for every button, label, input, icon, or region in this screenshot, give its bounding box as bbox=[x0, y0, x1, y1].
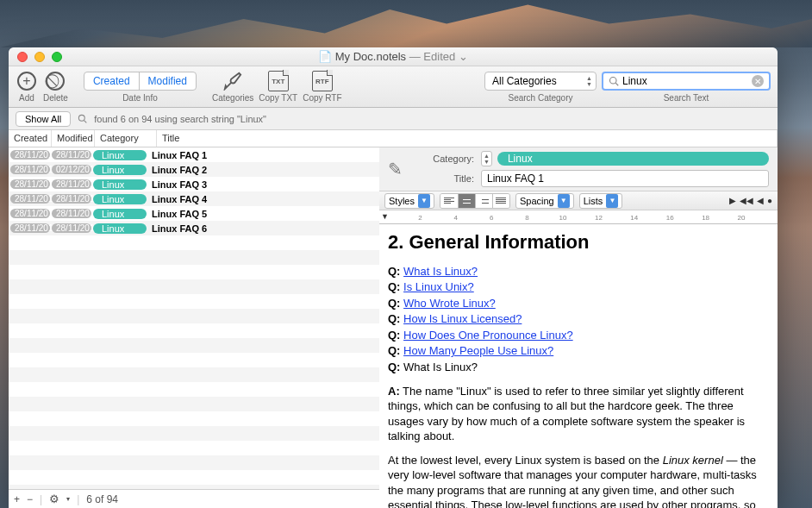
faq-question: Q: What Is Linux? bbox=[388, 264, 769, 279]
empty-row bbox=[9, 338, 379, 353]
ruler-number: 20 bbox=[738, 214, 746, 222]
table-row[interactable]: 28/11/201228/11/2012LinuxLinux FAQ 5 bbox=[9, 206, 379, 221]
empty-row bbox=[9, 250, 379, 265]
col-modified[interactable]: Modified bbox=[52, 130, 95, 147]
copy-txt-button[interactable]: TXT bbox=[267, 70, 290, 92]
created-date: 28/11/2012 bbox=[10, 165, 50, 174]
table-row[interactable]: 28/11/201228/11/2014LinuxLinux FAQ 1 bbox=[9, 147, 379, 162]
align-right-button[interactable] bbox=[475, 194, 492, 208]
search-input[interactable] bbox=[622, 75, 752, 87]
faq-link[interactable]: Is Linux Unix? bbox=[403, 280, 474, 293]
empty-row bbox=[9, 265, 379, 279]
categories-label: Categories bbox=[212, 93, 253, 103]
clear-search-icon[interactable]: ✕ bbox=[752, 75, 764, 87]
search-text-label: Search Text bbox=[664, 93, 709, 103]
gear-menu-icon[interactable]: ▾ bbox=[66, 495, 70, 503]
modified-toggle[interactable]: Modified bbox=[139, 72, 196, 90]
faq-link[interactable]: How Does One Pronounce Linux? bbox=[403, 329, 573, 342]
copy-rtf-label: Copy RTF bbox=[303, 93, 341, 103]
lists-select[interactable]: Lists▼ bbox=[579, 193, 623, 209]
table-row[interactable]: 28/11/201228/11/2012LinuxLinux FAQ 6 bbox=[9, 221, 379, 235]
row-counter: 6 of 94 bbox=[86, 493, 118, 505]
q-prefix: Q: bbox=[388, 361, 400, 373]
empty-row bbox=[9, 309, 379, 323]
faq-link[interactable]: How Many People Use Linux? bbox=[403, 344, 553, 357]
body: 28/11/201228/11/2014LinuxLinux FAQ 128/1… bbox=[9, 147, 778, 508]
note-list-panel: 28/11/201228/11/2014LinuxLinux FAQ 128/1… bbox=[9, 147, 379, 508]
align-left-button[interactable] bbox=[440, 194, 458, 208]
ruler-number: 10 bbox=[559, 214, 567, 222]
col-category[interactable]: Category bbox=[95, 130, 157, 147]
chevron-down-icon: ▼ bbox=[418, 194, 430, 208]
title-dropdown-icon[interactable]: ⌄ bbox=[459, 50, 468, 63]
ruler[interactable]: 2468101214161820 ▼ bbox=[379, 210, 778, 224]
align-justify-button[interactable] bbox=[492, 194, 509, 208]
no-icon: ⃠ bbox=[46, 72, 65, 91]
ruler-number: 16 bbox=[666, 214, 674, 222]
rtf-doc-icon: RTF bbox=[312, 71, 333, 91]
zoom-window-icon[interactable] bbox=[52, 52, 62, 62]
modified-date: 28/11/2012 bbox=[52, 194, 91, 204]
search-input-wrap[interactable]: ✕ bbox=[602, 72, 771, 91]
window-controls bbox=[9, 52, 62, 62]
prev-icon[interactable]: ◀ bbox=[757, 196, 764, 205]
add-row-button[interactable]: + bbox=[14, 493, 20, 505]
faq-question: Q: Who Wrote Linux? bbox=[388, 296, 769, 311]
a-prefix: A: bbox=[388, 385, 400, 398]
app-window: 📄 My Doc.notels — Edited ⌄ + Add ⃠ Delet… bbox=[9, 47, 778, 508]
title-input[interactable] bbox=[481, 170, 769, 187]
chevron-down-icon: ▼ bbox=[558, 194, 570, 208]
category-filter-value: All Categories bbox=[492, 75, 557, 87]
doc-heading: 2. General Information bbox=[388, 229, 769, 255]
document-content[interactable]: 2. General Information Q: What Is Linux?… bbox=[379, 224, 778, 508]
align-center-button[interactable] bbox=[458, 194, 475, 208]
format-toolbar: Styles▼ Spacing▼ Lists▼ ▶ ◀◀ ◀ ● bbox=[379, 191, 778, 210]
styles-select[interactable]: Styles▼ bbox=[384, 193, 434, 209]
category-tag: Linux bbox=[93, 194, 147, 204]
copy-rtf-button[interactable]: RTF bbox=[311, 70, 334, 92]
created-toggle[interactable]: Created bbox=[84, 72, 139, 90]
col-title[interactable]: Title bbox=[157, 130, 778, 147]
faq-link[interactable]: Who Wrote Linux? bbox=[403, 297, 496, 310]
empty-row bbox=[9, 411, 379, 426]
title-label: Title: bbox=[422, 173, 474, 184]
minimize-window-icon[interactable] bbox=[34, 52, 45, 62]
modified-date: 28/11/2014 bbox=[52, 150, 91, 160]
search-category-label: Search Category bbox=[508, 93, 572, 103]
plus-icon: + bbox=[17, 72, 36, 91]
remove-row-button[interactable]: − bbox=[27, 493, 33, 505]
category-stepper-icon[interactable]: ▲▼ bbox=[481, 151, 492, 166]
modified-date: 28/11/2012 bbox=[52, 209, 91, 218]
note-title: Linux FAQ 1 bbox=[152, 150, 207, 160]
show-all-button[interactable]: Show All bbox=[16, 111, 71, 127]
table-row[interactable]: 28/11/201228/11/2012LinuxLinux FAQ 3 bbox=[9, 177, 379, 191]
answer-p1: The name "Linux" is used to refer to thr… bbox=[388, 385, 745, 443]
categories-button[interactable] bbox=[222, 70, 244, 92]
col-created[interactable]: Created bbox=[9, 130, 52, 147]
created-date: 28/11/2012 bbox=[10, 223, 50, 233]
table-row[interactable]: 28/11/201228/11/2012LinuxLinux FAQ 4 bbox=[9, 191, 379, 206]
spacing-select[interactable]: Spacing▼ bbox=[515, 193, 574, 209]
ruler-number: 6 bbox=[490, 214, 493, 222]
list-header: Created Modified Category Title bbox=[9, 130, 778, 147]
copy-txt-label: Copy TXT bbox=[259, 93, 297, 103]
modified-date: 02/12/2013 bbox=[52, 165, 91, 174]
window-filename: My Doc.notels bbox=[335, 50, 406, 63]
table-row[interactable]: 28/11/201202/12/2013LinuxLinux FAQ 2 bbox=[9, 162, 379, 177]
bullet-icon[interactable]: ● bbox=[767, 196, 772, 205]
rewind-icon[interactable]: ◀◀ bbox=[740, 196, 753, 205]
filter-result-text: found 6 on 94 using search string "Linux… bbox=[94, 114, 266, 124]
add-button[interactable]: + bbox=[16, 70, 38, 92]
faq-link[interactable]: What Is Linux? bbox=[403, 265, 478, 278]
category-filter-select[interactable]: All Categories ▲▼ bbox=[484, 72, 597, 91]
play-icon[interactable]: ▶ bbox=[729, 196, 736, 205]
faq-link[interactable]: How Is Linux Licensed? bbox=[403, 312, 522, 325]
titlebar[interactable]: 📄 My Doc.notels — Edited ⌄ bbox=[9, 47, 778, 66]
empty-row bbox=[9, 294, 379, 309]
created-date: 28/11/2012 bbox=[10, 179, 50, 189]
tab-marker-icon[interactable]: ▼ bbox=[381, 212, 389, 221]
gear-icon[interactable]: ⚙︎ bbox=[49, 492, 59, 505]
category-pill[interactable]: Linux bbox=[497, 152, 769, 166]
close-window-icon[interactable] bbox=[17, 52, 28, 62]
delete-button[interactable]: ⃠ bbox=[44, 70, 66, 92]
